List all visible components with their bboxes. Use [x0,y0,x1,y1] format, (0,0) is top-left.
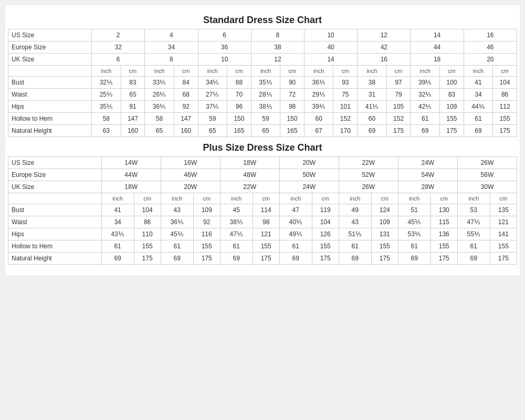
height-row-standard: Natural Height 63160 65160 65165 65165 6… [8,125,517,137]
plus-hollow-cm-3: 155 [312,240,339,253]
bust-inch-4: 36⅕ [304,77,333,89]
height-inch-0: 63 [92,125,121,137]
plus-bust-cm-1: 109 [193,204,220,216]
hips-cm-4: 101 [333,101,358,113]
uk-size-6: 6 [92,54,145,66]
plus-uk-30w: 30W [457,181,517,193]
hips-cm-1: 92 [174,101,198,113]
plus-hips-cm-5: 136 [430,228,457,240]
hollow-row-plus: Hollow to Hem 61155 61155 61155 61155 61… [8,240,517,253]
plus-hips-inch-1: 45⅕ [161,228,193,240]
plus-hips-inch-2: 47⅕ [220,228,253,240]
plus-height-inch-6: 69 [457,253,490,265]
bust-cm-5: 97 [386,77,411,89]
plus-unit-cm-7: cm [490,193,517,204]
europe-size-34: 34 [145,41,198,54]
uk-size-label: UK Size [8,54,92,66]
hollow-label-plus: Hollow to Hem [8,240,102,253]
plus-height-cm-6: 175 [490,253,517,265]
uk-size-row: UK Size 6 8 10 12 14 16 18 20 [8,54,517,66]
plus-uk-24w: 24W [279,181,339,193]
plus-bust-inch-2: 45 [220,204,253,216]
waist-cm-6: 83 [439,89,464,101]
bust-row-standard: Bust 32⅕83 33⅕84 34⅕88 35⅕90 36⅕93 3897 … [8,77,517,89]
bust-row-plus: Bust 41104 43109 45114 47119 49124 51130… [8,204,517,216]
height-inch-3: 65 [251,125,280,137]
unit-cm-7: cm [439,66,464,77]
plus-hips-cm-1: 116 [193,228,220,240]
bust-cm-6: 100 [439,77,464,89]
unit-inch-1: inch [92,66,121,77]
europe-size-32: 32 [92,41,145,54]
europe-size-label: Europe Size [8,41,92,54]
plus-hips-cm-4: 131 [371,228,398,240]
height-label-plus: Natural Height [8,253,102,265]
hollow-cm-4: 152 [333,113,358,125]
unit-label-empty [8,66,92,77]
plus-height-inch-4: 69 [339,253,371,265]
hips-inch-5: 41⅕ [358,101,386,113]
plus-height-inch-5: 69 [398,253,430,265]
waist-inch-1: 26⅕ [145,89,174,101]
plus-height-cm-0: 175 [134,253,161,265]
plus-europe-52w: 52W [339,169,398,181]
hollow-cm-6: 155 [439,113,464,125]
plus-uk-20w: 20W [161,181,220,193]
plus-us-26w: 26W [457,157,517,169]
waist-inch-5: 31 [358,89,386,101]
height-row-plus: Natural Height 69175 69175 69175 69175 6… [8,253,517,265]
plus-hips-cm-2: 121 [253,228,279,240]
plus-bust-inch-1: 43 [161,204,193,216]
plus-hollow-cm-1: 155 [193,240,220,253]
uk-size-14: 14 [304,54,358,66]
unit-cm-6: cm [386,66,411,77]
plus-unit-cm-1: cm [134,193,161,204]
us-size-4: 4 [145,29,198,41]
plus-hollow-inch-5: 61 [398,240,430,253]
hips-cm-3: 98 [280,101,304,113]
hollow-inch-5: 60 [358,113,386,125]
plus-height-cm-4: 175 [371,253,398,265]
unit-cm-2: cm [174,66,198,77]
bust-label-standard: Bust [8,77,92,89]
uk-size-16: 16 [358,54,411,66]
plus-height-cm-2: 175 [253,253,279,265]
page-container: Standard Dress Size Chart US Size 2 4 6 … [5,5,520,275]
plus-hollow-inch-3: 61 [279,240,312,253]
unit-inch-2: inch [145,66,174,77]
height-inch-1: 65 [145,125,174,137]
plus-unit-empty [8,193,102,204]
plus-unit-inch-1: inch [101,193,134,204]
unit-inch-5: inch [304,66,333,77]
plus-waist-cm-5: 115 [430,216,457,228]
plus-height-inch-3: 69 [279,253,312,265]
plus-bust-cm-6: 135 [490,204,517,216]
plus-waist-cm-1: 92 [193,216,220,228]
plus-bust-cm-2: 114 [253,204,279,216]
unit-inch-6: inch [358,66,386,77]
plus-europe-44w: 44W [101,169,161,181]
height-inch-5: 69 [358,125,386,137]
bust-inch-5: 38 [358,77,386,89]
plus-hollow-inch-6: 61 [457,240,490,253]
plus-uk-size-row: UK Size 18W 20W 22W 24W 26W 28W 30W [8,181,517,193]
height-cm-5: 175 [386,125,411,137]
hips-row-standard: Hips 35⅕91 36⅕92 37⅕96 38⅕98 39⅕101 41⅕1… [8,101,517,113]
bust-cm-0: 83 [121,77,145,89]
hips-label-plus: Hips [8,228,102,240]
plus-europe-50w: 50W [279,169,339,181]
europe-size-44: 44 [411,41,464,54]
waist-inch-3: 28⅕ [251,89,280,101]
height-cm-7: 175 [493,125,517,137]
hollow-inch-6: 61 [411,113,439,125]
waist-inch-4: 29⅕ [304,89,333,101]
plus-europe-46w: 46W [161,169,220,181]
plus-unit-inch-2: inch [161,193,193,204]
uk-size-10: 10 [198,54,251,66]
hips-cm-0: 91 [121,101,145,113]
plus-waist-cm-3: 104 [312,216,339,228]
plus-hollow-cm-2: 155 [253,240,279,253]
plus-height-inch-0: 69 [101,253,134,265]
bust-cm-1: 84 [174,77,198,89]
europe-size-36: 36 [198,41,251,54]
